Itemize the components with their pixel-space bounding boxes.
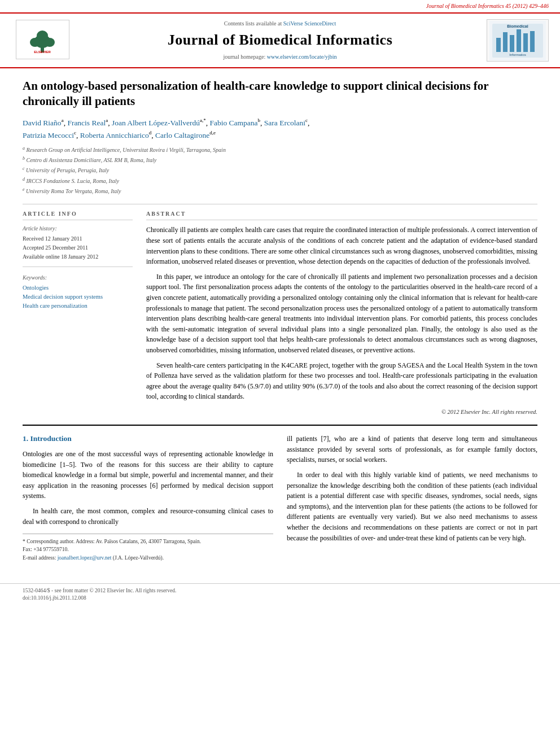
svg-text:Informatics: Informatics: [509, 53, 526, 56]
journal-reference-bar: Journal of Biomedical Informatics 45 (20…: [0, 0, 560, 14]
divider-thick: [23, 425, 537, 426]
author-7: Roberta Annicchiarico: [80, 130, 149, 139]
sciverse-link[interactable]: SciVerse ScienceDirect: [283, 20, 336, 27]
info-abstract-section: ARTICLE INFO Article history: Received 1…: [23, 210, 537, 417]
abstract-para-1: Chronically ill patients are complex hea…: [146, 225, 537, 267]
body-col-left: 1. Introduction Ontologies are one of th…: [23, 434, 273, 562]
footnote-area: * Corresponding author. Address: Av. Paï…: [23, 534, 273, 562]
contents-label: Contents lists available at: [224, 20, 282, 27]
intro-text-left: Ontologies are one of the most successfu…: [23, 449, 273, 527]
footnote-email-line: E-mail address: joanalbert.lopez@urv.net…: [23, 554, 273, 562]
intro-text-right: ill patients [7], who are a kind of pati…: [287, 434, 537, 543]
author-7-sup: d: [149, 130, 152, 136]
accepted-date: Accepted 25 December 2011: [23, 244, 133, 252]
elsevier-logo-box: ELSEVIER: [16, 20, 69, 59]
elsevier-logo: ELSEVIER: [11, 20, 73, 62]
svg-rect-9: [503, 32, 508, 52]
sciverse-line: Contents lists available at SciVerse Sci…: [73, 20, 487, 28]
divider-1: [23, 204, 537, 204]
journal-title: Journal of Biomedical Informatics: [73, 30, 487, 50]
article-info-column: ARTICLE INFO Article history: Received 1…: [23, 210, 133, 417]
keywords-label: Keywords:: [23, 274, 133, 282]
svg-text:ELSEVIER: ELSEVIER: [34, 50, 51, 54]
abstract-para-2: In this paper, we introduce an ontology …: [146, 272, 537, 356]
email-label: E-mail address:: [23, 555, 56, 561]
author-6-sup: c: [74, 130, 76, 136]
svg-rect-12: [523, 33, 528, 52]
article-info-label: ARTICLE INFO: [23, 210, 133, 220]
keywords-section: Keywords: Ontologies Medical decision su…: [23, 274, 133, 310]
keyword-2: Medical decision support systems: [23, 293, 133, 302]
divider-keywords: [23, 267, 133, 267]
issn-line: 1532-0464/$ - see front matter © 2012 El…: [23, 587, 537, 595]
journal-header: ELSEVIER Contents lists available at Sci…: [0, 14, 560, 68]
jbi-logo-icon: Biomedical Informatics: [489, 21, 546, 60]
article-history-label: Article history:: [23, 225, 133, 233]
journal-center: Contents lists available at SciVerse Sci…: [73, 20, 487, 61]
keyword-3: Health care personalization: [23, 302, 133, 311]
email-note: (J.A. López-Vallverdú).: [113, 555, 164, 561]
elsevier-tree-icon: ELSEVIER: [23, 25, 62, 54]
svg-text:Biomedical: Biomedical: [507, 24, 528, 28]
main-content: An ontology-based personalization of hea…: [0, 68, 560, 572]
journal-homepage: journal homepage: www.elsevier.com/locat…: [73, 53, 487, 61]
author-8-sup: d,e: [209, 130, 216, 136]
journal-ref-text: Journal of Biomedical Informatics 45 (20…: [426, 3, 549, 9]
author-4: Fabio Campana: [209, 118, 257, 126]
affiliation-d: d IRCCS Fondazione S. Lucia, Roma, Italy: [23, 176, 537, 186]
introduction-heading: 1. Introduction: [23, 434, 273, 444]
affiliation-c: c University of Perugia, Perugia, Italy: [23, 165, 537, 175]
affiliation-a: a Research Group on Artificial Intellige…: [23, 145, 537, 155]
author-5-sup: c: [305, 117, 308, 123]
author-5: Sara Ercolani: [264, 118, 305, 126]
abstract-label: ABSTRACT: [146, 210, 537, 220]
footnote-corresponding: * Corresponding author. Address: Av. Paï…: [23, 538, 273, 562]
affiliation-b: b Centro di Assistenza Domiciliare, ASL …: [23, 155, 537, 165]
footnote-fax: Fax: +34 977559710.: [23, 545, 273, 553]
footnote-address: * Corresponding author. Address: Av. Paï…: [23, 538, 273, 545]
keyword-1: Ontologies: [23, 284, 133, 292]
authors-line: David Riañoa, Francis Reala, Joan Albert…: [23, 116, 537, 141]
doi-line: doi:10.1016/j.jbi.2011.12.008: [23, 595, 537, 602]
affiliation-e: e University Roma Tor Vergata, Roma, Ita…: [23, 186, 537, 196]
svg-rect-10: [510, 35, 514, 52]
homepage-label: journal homepage:: [224, 54, 266, 60]
author-8: Carlo Caltagirone: [155, 130, 209, 139]
svg-rect-13: [530, 31, 535, 52]
available-date: Available online 18 January 2012: [23, 253, 133, 261]
body-col-right: ill patients [7], who are a kind of pati…: [287, 434, 537, 562]
author-1-sup: a: [62, 117, 64, 123]
homepage-url[interactable]: www.elsevier.com/locate/yjbin: [267, 54, 337, 60]
article-title: An ontology-based personalization of hea…: [23, 78, 537, 110]
bottom-bar: 1532-0464/$ - see front matter © 2012 El…: [0, 583, 560, 606]
abstract-column: ABSTRACT Chronically ill patients are co…: [146, 210, 537, 417]
email-address[interactable]: joanalbert.lopez@urv.net: [58, 555, 112, 561]
author-2-sup: a: [106, 117, 108, 123]
author-3: Joan Albert López-Vallverdú: [112, 118, 200, 126]
intro-para-2: In health care, the most common, complex…: [23, 506, 273, 527]
copyright-line: © 2012 Elsevier Inc. All rights reserved…: [146, 408, 537, 417]
svg-point-4: [37, 30, 48, 41]
author-2: Francis Real: [67, 118, 106, 126]
jbi-logo: Biomedical Informatics: [487, 19, 549, 62]
received-date: Received 12 January 2011: [23, 235, 133, 243]
abstract-text: Chronically ill patients are complex hea…: [146, 225, 537, 417]
abstract-para-3: Seven health-care centers participating …: [146, 360, 537, 402]
page: Journal of Biomedical Informatics 45 (20…: [0, 0, 560, 747]
body-section: 1. Introduction Ontologies are one of th…: [23, 434, 537, 562]
intro-para-right-2: In order to deal with this highly variab…: [287, 470, 537, 543]
author-4-sup: b: [258, 117, 261, 123]
svg-rect-11: [517, 29, 521, 52]
intro-para-1: Ontologies are one of the most successfu…: [23, 449, 273, 501]
author-3-sup: a,*: [200, 117, 206, 123]
author-6: Patrizia Mecocci: [23, 130, 74, 139]
author-1: David Riaño: [23, 118, 62, 126]
intro-para-right-1: ill patients [7], who are a kind of pati…: [287, 434, 537, 465]
affiliations: a Research Group on Artificial Intellige…: [23, 145, 537, 196]
svg-rect-8: [496, 38, 501, 52]
